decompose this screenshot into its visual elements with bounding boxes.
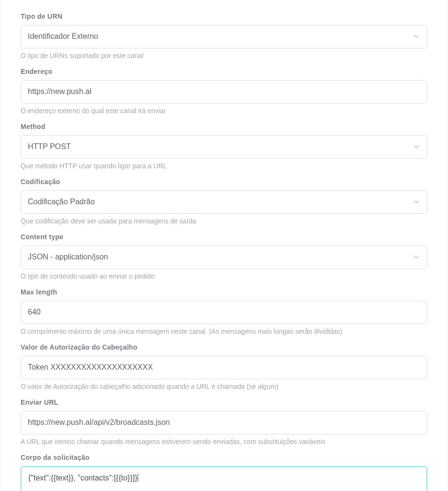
content-type-select[interactable]: JSON - application/json: [21, 246, 427, 269]
encoding-hint: Que codificação deve ser usada para mens…: [21, 217, 427, 225]
max-length-input[interactable]: 640: [21, 301, 427, 324]
content-type-select-wrap: JSON - application/json: [21, 246, 427, 269]
field-method: Method HTTP POST Que método HTTP usar qu…: [21, 123, 427, 170]
send-url-hint: A URL que iremos chamar quando mensagens…: [21, 437, 427, 446]
address-hint: O endereço externo do qual este canal ir…: [21, 106, 427, 115]
max-length-hint: O comprimento máximo de uma única mensag…: [21, 327, 427, 336]
content-type-label: Content type: [21, 233, 427, 241]
send-url-input[interactable]: https://new.push.al/api/v2/broadcasts.js…: [21, 411, 427, 434]
encoding-label: Codificação: [21, 178, 427, 186]
auth-header-input[interactable]: Token XXXXXXXXXXXXXXXXXXXX: [21, 356, 427, 379]
field-urn-type: Tipo de URN Identificador Externo O tipo…: [21, 12, 427, 60]
method-hint: Que método HTTP usar quando ligar para a…: [21, 162, 427, 170]
address-input[interactable]: https://new.push.al: [21, 80, 427, 104]
request-body-label: Corpo da solicitação: [21, 454, 427, 461]
max-length-label: Max length: [21, 288, 427, 296]
field-request-body: Corpo da solicitação {"text":{{text}}, "…: [21, 454, 427, 491]
encoding-select[interactable]: Codificação Padrão: [21, 190, 427, 214]
urn-type-label: Tipo de URN: [21, 12, 427, 20]
form-page: Tipo de URN Identificador Externo O tipo…: [0, 0, 448, 491]
field-max-length: Max length 640 O comprimento máximo de u…: [21, 288, 427, 336]
send-url-label: Enviar URL: [21, 398, 427, 406]
field-auth-header: Valor de Autorização do Cabeçalho Token …: [21, 343, 427, 391]
urn-type-hint: O tipo de URNs suportado por este canal: [21, 51, 427, 60]
method-select[interactable]: HTTP POST: [21, 135, 427, 159]
urn-type-select[interactable]: Identificador Externo: [21, 25, 427, 48]
field-send-url: Enviar URL https://new.push.al/api/v2/br…: [21, 398, 427, 446]
content-type-hint: O tipo de conteúdo usado ao enviar o ped…: [21, 272, 427, 281]
auth-header-hint: O valor de Autorização do cabeçalho adic…: [21, 382, 427, 391]
method-label: Method: [21, 123, 427, 130]
method-select-wrap: HTTP POST: [21, 135, 427, 159]
request-body-textarea[interactable]: {"text":{{text}}, "contacts":[{{to}}]}: [21, 466, 427, 491]
address-label: Endereço: [21, 68, 427, 75]
field-encoding: Codificação Codificação Padrão Que codif…: [21, 178, 427, 225]
field-content-type: Content type JSON - application/json O t…: [21, 233, 427, 281]
field-address: Endereço https://new.push.al O endereço …: [21, 68, 427, 115]
auth-header-label: Valor de Autorização do Cabeçalho: [21, 343, 427, 351]
urn-type-select-wrap: Identificador Externo: [21, 25, 427, 48]
encoding-select-wrap: Codificação Padrão: [21, 190, 427, 214]
